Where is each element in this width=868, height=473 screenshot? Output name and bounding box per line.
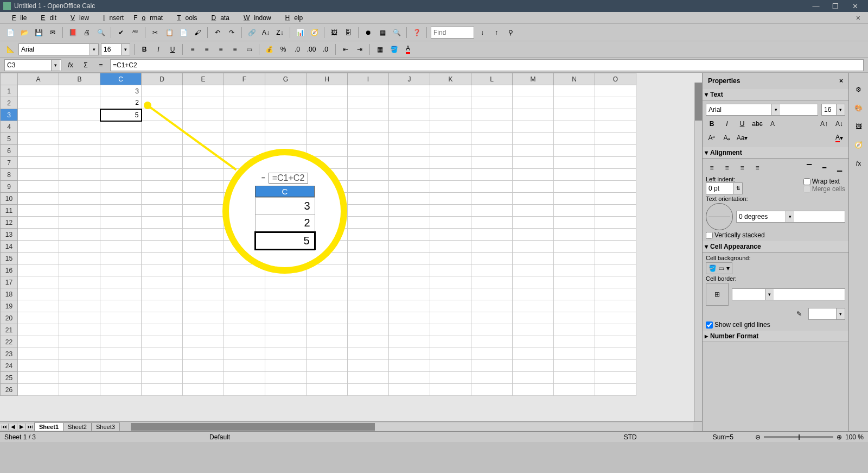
cell-K1[interactable]: [430, 85, 471, 97]
help-icon[interactable]: ❓: [411, 27, 423, 39]
cell-F21[interactable]: [224, 324, 265, 336]
cell-E20[interactable]: [183, 312, 224, 324]
row-header-21[interactable]: 21: [1, 324, 18, 336]
cell-C15[interactable]: [100, 253, 142, 264]
find-next-icon[interactable]: ↓: [476, 27, 488, 39]
cell-O18[interactable]: [595, 288, 636, 300]
cell-K19[interactable]: [430, 300, 471, 312]
row-header-13[interactable]: 13: [1, 229, 18, 241]
text-section[interactable]: Text: [710, 91, 723, 98]
col-header-B[interactable]: B: [59, 73, 100, 85]
percent-icon[interactable]: %: [277, 43, 289, 55]
cell-I20[interactable]: [348, 312, 389, 324]
cell-I26[interactable]: [348, 384, 389, 396]
cell-J6[interactable]: [389, 145, 430, 157]
col-header-J[interactable]: J: [389, 73, 430, 85]
cell-E18[interactable]: [183, 288, 224, 300]
cut-icon[interactable]: ✂: [149, 27, 161, 39]
cell-E3[interactable]: [183, 109, 224, 121]
cell-M12[interactable]: [513, 217, 554, 229]
cell-I5[interactable]: [348, 133, 389, 145]
row-header-2[interactable]: 2: [1, 97, 18, 109]
cell-M16[interactable]: [513, 264, 554, 276]
cell-G22[interactable]: [265, 336, 307, 348]
cell-H21[interactable]: [307, 324, 348, 336]
sort-asc-icon[interactable]: A↓: [260, 27, 272, 39]
cell-E24[interactable]: [183, 360, 224, 372]
cell-H2[interactable]: [307, 97, 348, 109]
cell-L15[interactable]: [471, 253, 513, 264]
link-icon[interactable]: 🔗: [246, 27, 258, 39]
cell-I4[interactable]: [348, 121, 389, 133]
cell-J18[interactable]: [389, 288, 430, 300]
cell-A25[interactable]: [18, 372, 59, 384]
cell-D10[interactable]: [142, 193, 183, 205]
autospell-icon[interactable]: ᴬᴮ: [129, 27, 141, 39]
cell-N10[interactable]: [554, 193, 595, 205]
cell-B17[interactable]: [59, 276, 100, 288]
sort-desc-icon[interactable]: Z↓: [274, 27, 286, 39]
valign-t-icon[interactable]: ▔: [803, 162, 815, 174]
menu-format[interactable]: Format: [129, 13, 167, 23]
cell-L21[interactable]: [471, 324, 513, 336]
cell-A9[interactable]: [18, 181, 59, 193]
number-icon[interactable]: .0: [291, 43, 303, 55]
align-r-icon[interactable]: ≡: [736, 162, 748, 174]
cell-N2[interactable]: [554, 97, 595, 109]
cell-M20[interactable]: [513, 312, 554, 324]
menu-data[interactable]: Data: [203, 13, 234, 23]
cell-O10[interactable]: [595, 193, 636, 205]
panel-underline-icon[interactable]: U: [736, 118, 748, 130]
inc-indent-icon[interactable]: ⇥: [354, 43, 366, 55]
cell-N17[interactable]: [554, 276, 595, 288]
cell-A22[interactable]: [18, 336, 59, 348]
cell-B16[interactable]: [59, 264, 100, 276]
cell-J24[interactable]: [389, 360, 430, 372]
align-c-icon[interactable]: ≡: [721, 162, 733, 174]
cell-C22[interactable]: [100, 336, 142, 348]
cell-F1[interactable]: [224, 85, 265, 97]
cell-L9[interactable]: [471, 181, 513, 193]
cell-N16[interactable]: [554, 264, 595, 276]
row-header-9[interactable]: 9: [1, 181, 18, 193]
cell-D14[interactable]: [142, 241, 183, 253]
cell-O26[interactable]: [595, 384, 636, 396]
add-decimal-icon[interactable]: .00: [305, 43, 317, 55]
cell-B12[interactable]: [59, 217, 100, 229]
cell-G26[interactable]: [265, 384, 307, 396]
cell-J9[interactable]: [389, 181, 430, 193]
sum-icon[interactable]: Σ: [80, 59, 92, 71]
row-header-19[interactable]: 19: [1, 300, 18, 312]
close-icon[interactable]: ✕: [845, 2, 865, 10]
cell-H17[interactable]: [307, 276, 348, 288]
row-header-6[interactable]: 6: [1, 145, 18, 157]
cell-M21[interactable]: [513, 324, 554, 336]
border-style[interactable]: ▾: [732, 288, 845, 300]
cell-A20[interactable]: [18, 312, 59, 324]
cell-D20[interactable]: [142, 312, 183, 324]
cell-H3[interactable]: [307, 109, 348, 121]
cell-K15[interactable]: [430, 253, 471, 264]
cell-C26[interactable]: [100, 384, 142, 396]
sheet-tab-sheet2[interactable]: Sheet2: [63, 422, 92, 431]
cell-D5[interactable]: [142, 133, 183, 145]
cell-A7[interactable]: [18, 157, 59, 169]
cell-N20[interactable]: [554, 312, 595, 324]
cell-O16[interactable]: [595, 264, 636, 276]
cell-D15[interactable]: [142, 253, 183, 264]
cell-E1[interactable]: [183, 85, 224, 97]
cell-A4[interactable]: [18, 121, 59, 133]
cell-J13[interactable]: [389, 229, 430, 241]
cell-J12[interactable]: [389, 217, 430, 229]
font-size-input[interactable]: [101, 44, 121, 55]
cell-C13[interactable]: [100, 229, 142, 241]
navigator-icon[interactable]: 🧭: [308, 27, 320, 39]
cell-G25[interactable]: [265, 372, 307, 384]
cell-G1[interactable]: [265, 85, 307, 97]
cell-J3[interactable]: [389, 109, 430, 121]
cell-L25[interactable]: [471, 372, 513, 384]
cell-E7[interactable]: [183, 157, 224, 169]
cell-J15[interactable]: [389, 253, 430, 264]
cell-M8[interactable]: [513, 169, 554, 181]
cell-N19[interactable]: [554, 300, 595, 312]
